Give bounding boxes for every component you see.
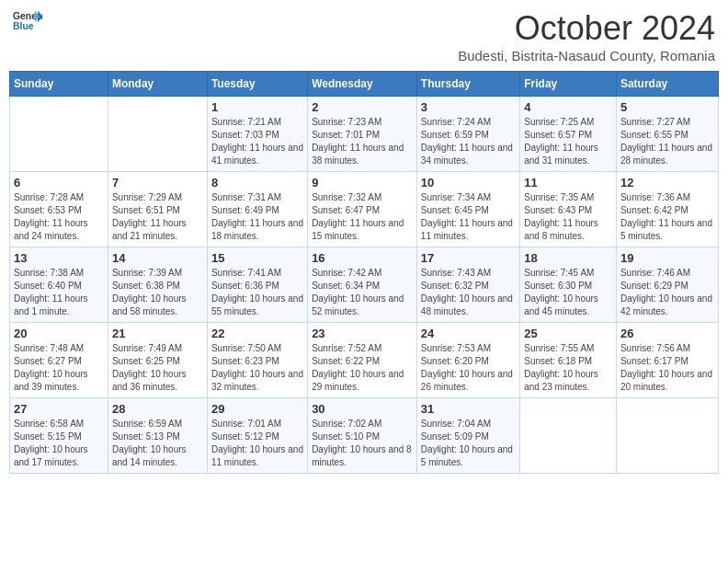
calendar-cell: 1Sunrise: 7:21 AMSunset: 7:03 PMDaylight… [207,97,307,172]
calendar-cell: 15Sunrise: 7:41 AMSunset: 6:36 PMDayligh… [207,247,307,323]
calendar-cell: 28Sunrise: 6:59 AMSunset: 5:13 PMDayligh… [108,398,207,474]
day-number: 28 [112,402,203,416]
calendar-cell [616,398,718,474]
day-number: 21 [112,327,203,340]
day-info: Sunrise: 7:32 AMSunset: 6:47 PMDaylight:… [312,191,413,243]
day-info: Sunrise: 6:58 AMSunset: 5:15 PMDaylight:… [14,418,104,469]
day-number: 22 [211,327,303,340]
calendar-cell: 29Sunrise: 7:01 AMSunset: 5:12 PMDayligh… [207,398,307,474]
day-number: 24 [421,327,516,340]
logo-icon: General Blue [13,9,42,35]
day-info: Sunrise: 7:50 AMSunset: 6:23 PMDaylight:… [211,342,303,394]
calendar-cell: 22Sunrise: 7:50 AMSunset: 6:23 PMDayligh… [207,323,307,398]
calendar-cell: 5Sunrise: 7:27 AMSunset: 6:55 PMDaylight… [616,97,718,172]
svg-text:Blue: Blue [13,21,34,31]
day-number: 31 [421,402,516,416]
calendar-cell: 27Sunrise: 6:58 AMSunset: 5:15 PMDayligh… [10,398,108,474]
calendar-cell: 25Sunrise: 7:55 AMSunset: 6:18 PMDayligh… [520,323,617,398]
calendar-week-row: 27Sunrise: 6:58 AMSunset: 5:15 PMDayligh… [10,398,719,474]
calendar-cell: 20Sunrise: 7:48 AMSunset: 6:27 PMDayligh… [10,323,108,398]
day-number: 4 [524,100,612,114]
day-info: Sunrise: 7:35 AMSunset: 6:43 PMDaylight:… [524,191,612,243]
day-info: Sunrise: 7:42 AMSunset: 6:34 PMDaylight:… [312,267,413,318]
calendar-cell: 3Sunrise: 7:24 AMSunset: 6:59 PMDaylight… [416,97,519,172]
day-number: 14 [112,251,203,265]
day-info: Sunrise: 7:43 AMSunset: 6:32 PMDaylight:… [421,267,516,318]
calendar-cell: 26Sunrise: 7:56 AMSunset: 6:17 PMDayligh… [616,323,718,398]
day-info: Sunrise: 7:04 AMSunset: 5:09 PMDaylight:… [421,418,516,469]
calendar-week-row: 1Sunrise: 7:21 AMSunset: 7:03 PMDaylight… [10,97,719,172]
day-number: 5 [620,100,714,114]
day-info: Sunrise: 7:39 AMSunset: 6:38 PMDaylight:… [112,267,203,318]
day-info: Sunrise: 7:34 AMSunset: 6:45 PMDaylight:… [421,191,516,243]
day-number: 30 [312,402,413,416]
day-info: Sunrise: 7:24 AMSunset: 6:59 PMDaylight:… [421,116,516,167]
day-info: Sunrise: 7:53 AMSunset: 6:20 PMDaylight:… [421,342,516,394]
calendar-cell: 10Sunrise: 7:34 AMSunset: 6:45 PMDayligh… [416,172,519,247]
day-info: Sunrise: 7:45 AMSunset: 6:30 PMDaylight:… [524,267,612,318]
calendar-cell: 18Sunrise: 7:45 AMSunset: 6:30 PMDayligh… [520,247,617,323]
header-friday: Friday [520,72,617,97]
day-info: Sunrise: 7:38 AMSunset: 6:40 PMDaylight:… [14,267,104,318]
header-saturday: Saturday [616,72,718,97]
calendar-table: SundayMondayTuesdayWednesdayThursdayFrid… [9,71,719,474]
header-monday: Monday [108,72,207,97]
day-info: Sunrise: 7:56 AMSunset: 6:17 PMDaylight:… [620,342,714,394]
day-number: 11 [524,176,612,190]
calendar-cell: 11Sunrise: 7:35 AMSunset: 6:43 PMDayligh… [520,172,617,247]
calendar-cell: 24Sunrise: 7:53 AMSunset: 6:20 PMDayligh… [416,323,519,398]
day-number: 15 [211,251,303,265]
day-info: Sunrise: 6:59 AMSunset: 5:13 PMDaylight:… [112,418,203,469]
calendar-cell: 17Sunrise: 7:43 AMSunset: 6:32 PMDayligh… [416,247,519,323]
day-info: Sunrise: 7:46 AMSunset: 6:29 PMDaylight:… [620,267,714,318]
day-number: 18 [524,251,612,265]
calendar-cell: 4Sunrise: 7:25 AMSunset: 6:57 PMDaylight… [520,97,617,172]
calendar-cell: 13Sunrise: 7:38 AMSunset: 6:40 PMDayligh… [10,247,108,323]
day-info: Sunrise: 7:23 AMSunset: 7:01 PMDaylight:… [312,116,413,167]
calendar-cell [520,398,617,474]
calendar-week-row: 13Sunrise: 7:38 AMSunset: 6:40 PMDayligh… [10,247,719,323]
header-wednesday: Wednesday [308,72,417,97]
calendar-cell: 16Sunrise: 7:42 AMSunset: 6:34 PMDayligh… [308,247,417,323]
day-number: 2 [312,100,413,114]
header-thursday: Thursday [416,72,519,97]
day-number: 29 [211,402,303,416]
header-sunday: Sunday [10,72,108,97]
calendar-cell: 21Sunrise: 7:49 AMSunset: 6:25 PMDayligh… [108,323,207,398]
calendar-cell [10,97,108,172]
day-info: Sunrise: 7:36 AMSunset: 6:42 PMDaylight:… [620,191,714,243]
day-number: 8 [211,176,303,190]
day-number: 16 [312,251,413,265]
day-number: 17 [421,251,516,265]
day-number: 6 [14,176,104,190]
day-info: Sunrise: 7:25 AMSunset: 6:57 PMDaylight:… [524,116,612,167]
day-info: Sunrise: 7:28 AMSunset: 6:53 PMDaylight:… [14,191,104,243]
day-number: 20 [14,327,104,340]
day-info: Sunrise: 7:27 AMSunset: 6:55 PMDaylight:… [620,116,714,167]
calendar-cell: 7Sunrise: 7:29 AMSunset: 6:51 PMDaylight… [108,172,207,247]
location-subtitle: Budesti, Bistrita-Nasaud County, Romania [458,48,715,63]
title-block: October 2024 Budesti, Bistrita-Nasaud Co… [458,9,715,63]
page-header: General Blue October 2024 Budesti, Bistr… [9,9,719,63]
calendar-cell: 9Sunrise: 7:32 AMSunset: 6:47 PMDaylight… [308,172,417,247]
month-title: October 2024 [458,9,715,48]
day-info: Sunrise: 7:55 AMSunset: 6:18 PMDaylight:… [524,342,612,394]
day-number: 1 [211,100,303,114]
day-number: 19 [620,251,714,265]
day-number: 3 [421,100,516,114]
calendar-header-row: SundayMondayTuesdayWednesdayThursdayFrid… [10,72,719,97]
day-number: 12 [620,176,714,190]
day-info: Sunrise: 7:02 AMSunset: 5:10 PMDaylight:… [312,418,413,469]
calendar-cell: 14Sunrise: 7:39 AMSunset: 6:38 PMDayligh… [108,247,207,323]
calendar-cell: 6Sunrise: 7:28 AMSunset: 6:53 PMDaylight… [10,172,108,247]
day-info: Sunrise: 7:41 AMSunset: 6:36 PMDaylight:… [211,267,303,318]
day-number: 25 [524,327,612,340]
calendar-week-row: 6Sunrise: 7:28 AMSunset: 6:53 PMDaylight… [10,172,719,247]
calendar-cell: 2Sunrise: 7:23 AMSunset: 7:01 PMDaylight… [308,97,417,172]
day-info: Sunrise: 7:21 AMSunset: 7:03 PMDaylight:… [211,116,303,167]
day-number: 10 [421,176,516,190]
day-info: Sunrise: 7:01 AMSunset: 5:12 PMDaylight:… [211,418,303,469]
day-number: 13 [14,251,104,265]
calendar-cell: 23Sunrise: 7:52 AMSunset: 6:22 PMDayligh… [308,323,417,398]
calendar-cell [108,97,207,172]
